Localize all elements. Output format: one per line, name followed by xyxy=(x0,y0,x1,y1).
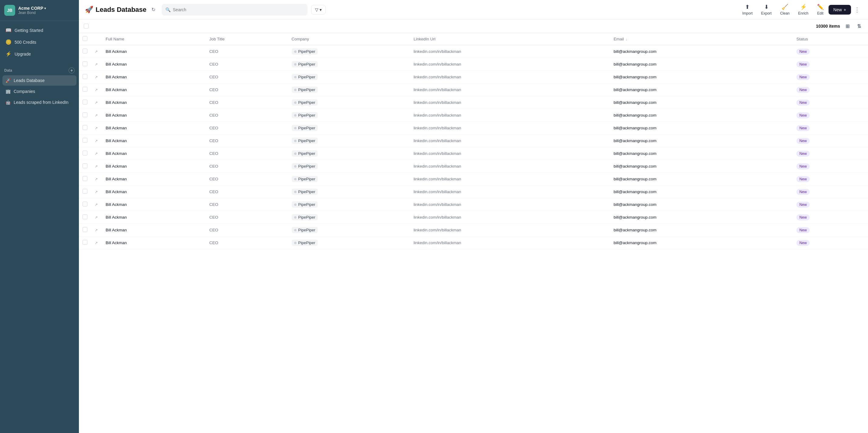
sidebar-item-leads-database[interactable]: 🚀 Leads Database xyxy=(2,75,76,86)
row-linkedin-url[interactable]: linkedin.com/in/billackman xyxy=(410,135,610,147)
row-status: New xyxy=(793,198,868,211)
row-checkbox[interactable] xyxy=(83,138,87,143)
row-linkedin-url[interactable]: linkedin.com/in/billackman xyxy=(410,173,610,185)
row-linkedin-url[interactable]: linkedin.com/in/billackman xyxy=(410,211,610,224)
row-status: New xyxy=(793,109,868,122)
expand-icon[interactable]: ↗ xyxy=(95,177,98,181)
sidebar-item-companies[interactable]: 🏢 Companies xyxy=(2,86,76,96)
status-badge: New xyxy=(796,125,810,131)
status-badge: New xyxy=(796,202,810,208)
row-email: bill@ackmangroup.com xyxy=(610,58,793,71)
sort-button[interactable]: ⇅ xyxy=(855,22,863,30)
book-icon: 📖 xyxy=(5,27,11,33)
col-status[interactable]: Status xyxy=(793,33,868,45)
row-checkbox[interactable] xyxy=(83,240,87,245)
row-checkbox[interactable] xyxy=(83,87,87,92)
expand-icon[interactable]: ↗ xyxy=(95,88,98,92)
row-job-title: CEO xyxy=(206,198,288,211)
more-options-button[interactable]: ⋮ xyxy=(852,5,862,15)
row-checkbox[interactable] xyxy=(83,202,87,206)
enrich-button[interactable]: ⚡ Enrich xyxy=(795,2,812,17)
row-checkbox[interactable] xyxy=(83,214,87,219)
row-job-title: CEO xyxy=(206,96,288,109)
add-data-button[interactable]: + xyxy=(69,67,75,74)
expand-icon[interactable]: ↗ xyxy=(95,100,98,105)
row-checkbox-cell xyxy=(79,198,91,211)
row-checkbox[interactable] xyxy=(83,99,87,105)
export-button[interactable]: ⬇ Export xyxy=(757,2,775,17)
row-checkbox[interactable] xyxy=(83,189,87,194)
expand-icon[interactable]: ↗ xyxy=(95,75,98,79)
clean-button[interactable]: 🧹 Clean xyxy=(776,2,793,17)
expand-icon[interactable]: ↗ xyxy=(95,228,98,232)
expand-icon[interactable]: ↗ xyxy=(95,62,98,66)
row-expand-cell: ↗ xyxy=(91,147,102,160)
row-linkedin-url[interactable]: linkedin.com/in/billackman xyxy=(410,45,610,58)
row-linkedin-url[interactable]: linkedin.com/in/billackman xyxy=(410,198,610,211)
col-linkedin-url[interactable]: LinkedIn Url xyxy=(410,33,610,45)
import-button[interactable]: ⬆ Import xyxy=(739,2,756,17)
expand-icon[interactable]: ↗ xyxy=(95,215,98,220)
row-full-name: Bill Ackman xyxy=(102,147,206,160)
company-dot xyxy=(294,152,297,155)
row-linkedin-url[interactable]: linkedin.com/in/billackman xyxy=(410,71,610,84)
expand-icon[interactable]: ↗ xyxy=(95,203,98,207)
row-expand-cell: ↗ xyxy=(91,58,102,71)
row-linkedin-url[interactable]: linkedin.com/in/billackman xyxy=(410,160,610,173)
row-checkbox[interactable] xyxy=(83,151,87,155)
page-icon: 🚀 xyxy=(85,6,93,14)
row-linkedin-url[interactable]: linkedin.com/in/billackman xyxy=(410,224,610,236)
expand-icon[interactable]: ↗ xyxy=(95,241,98,245)
company-dot xyxy=(294,50,297,53)
company-name: PipePiper xyxy=(298,228,315,232)
row-checkbox[interactable] xyxy=(83,227,87,232)
main-content: 🚀 Leads Database ↻ 🔍 ▽ ▾ ⬆ Import ⬇ Expo… xyxy=(79,0,868,433)
row-checkbox[interactable] xyxy=(83,49,87,53)
expand-icon[interactable]: ↗ xyxy=(95,139,98,143)
row-linkedin-url[interactable]: linkedin.com/in/billackman xyxy=(410,147,610,160)
row-linkedin-url[interactable]: linkedin.com/in/billackman xyxy=(410,236,610,249)
columns-button[interactable]: ⊞ xyxy=(843,22,851,30)
expand-icon[interactable]: ↗ xyxy=(95,50,98,54)
edit-button[interactable]: ✏️ Edit xyxy=(813,2,827,17)
expand-icon[interactable]: ↗ xyxy=(95,126,98,130)
col-email[interactable]: Email ↓ xyxy=(610,33,793,45)
new-button[interactable]: New + xyxy=(829,5,851,15)
sidebar-item-credits[interactable]: 🪙 500 Credits xyxy=(2,36,76,48)
expand-icon[interactable]: ↗ xyxy=(95,164,98,169)
search-input[interactable] xyxy=(173,7,304,12)
col-company[interactable]: Company xyxy=(288,33,410,45)
col-job-title[interactable]: Job Title xyxy=(206,33,288,45)
sidebar-header[interactable]: JB Acme CORP ▾ Jean Bond xyxy=(0,0,79,21)
select-all-checkbox[interactable] xyxy=(84,24,89,29)
sidebar-item-getting-started[interactable]: 📖 Getting Started xyxy=(2,25,76,36)
row-checkbox[interactable] xyxy=(83,112,87,117)
sidebar-item-upgrade[interactable]: ⚡ Upgrade xyxy=(2,48,76,59)
sidebar-item-leads-linkedin[interactable]: 🤖 Leads scraped from LinkedIn xyxy=(2,97,76,108)
row-linkedin-url[interactable]: linkedin.com/in/billackman xyxy=(410,109,610,122)
row-checkbox[interactable] xyxy=(83,163,87,168)
col-full-name[interactable]: Full Name xyxy=(102,33,206,45)
row-company: PipePiper xyxy=(288,211,410,224)
row-linkedin-url[interactable]: linkedin.com/in/billackman xyxy=(410,122,610,135)
expand-icon[interactable]: ↗ xyxy=(95,151,98,156)
expand-icon[interactable]: ↗ xyxy=(95,190,98,194)
row-linkedin-url[interactable]: linkedin.com/in/billackman xyxy=(410,58,610,71)
row-status: New xyxy=(793,147,868,160)
row-checkbox[interactable] xyxy=(83,74,87,79)
row-checkbox-cell xyxy=(79,122,91,135)
refresh-button[interactable]: ↻ xyxy=(149,5,158,14)
expand-icon[interactable]: ↗ xyxy=(95,113,98,117)
row-checkbox[interactable] xyxy=(83,125,87,130)
row-company: PipePiper xyxy=(288,236,410,249)
row-checkbox[interactable] xyxy=(83,61,87,66)
row-email: bill@ackmangroup.com xyxy=(610,84,793,96)
chevron-down-icon: ▾ xyxy=(44,7,46,10)
row-linkedin-url[interactable]: linkedin.com/in/billackman xyxy=(410,84,610,96)
filter-button[interactable]: ▽ ▾ xyxy=(311,5,326,15)
row-linkedin-url[interactable]: linkedin.com/in/billackman xyxy=(410,96,610,109)
export-icon: ⬇ xyxy=(764,4,769,10)
row-checkbox[interactable] xyxy=(83,176,87,181)
header-checkbox[interactable] xyxy=(83,36,87,41)
row-linkedin-url[interactable]: linkedin.com/in/billackman xyxy=(410,185,610,198)
